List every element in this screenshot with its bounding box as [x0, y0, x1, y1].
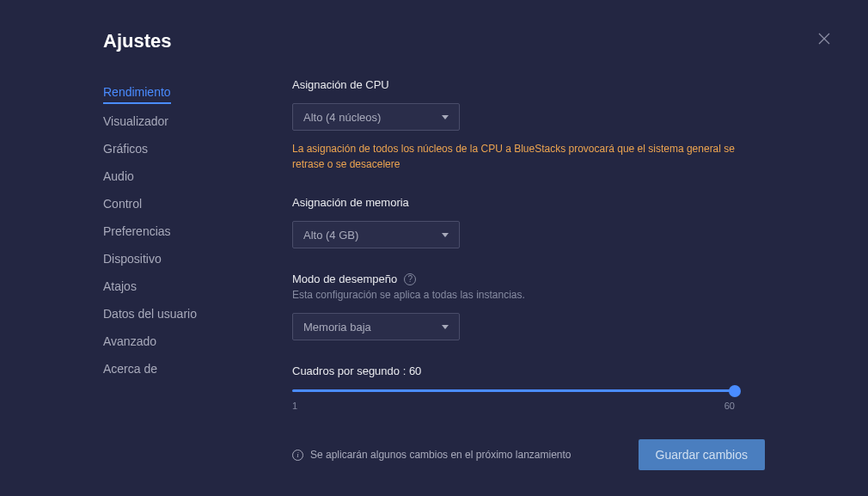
sidebar-item-audio[interactable]: Audio [103, 162, 275, 190]
cpu-label: Asignación de CPU [292, 78, 765, 91]
fps-max-label: 60 [724, 401, 735, 411]
chevron-down-icon [442, 233, 449, 237]
info-icon: i [292, 450, 303, 461]
sidebar-item-datos-usuario[interactable]: Datos del usuario [103, 300, 275, 328]
memory-dropdown-value: Alto (4 GB) [303, 229, 358, 242]
cpu-warning: La asignación de todos los núcleos de la… [292, 141, 739, 172]
sidebar-item-acerca-de[interactable]: Acerca de [103, 355, 275, 383]
chevron-down-icon [442, 325, 449, 329]
sidebar-item-visualizador[interactable]: Visualizador [103, 107, 275, 135]
sidebar: Rendimiento Visualizador Gráficos Audio … [103, 78, 275, 435]
performance-mode-desc: Esta configuración se aplica a todas las… [292, 289, 765, 301]
footer-notice: i Se aplicarán algunos cambios en el pró… [292, 449, 572, 461]
memory-label: Asignación de memoria [292, 196, 765, 209]
performance-mode-dropdown[interactable]: Memoria baja [292, 313, 460, 340]
sidebar-item-preferencias[interactable]: Preferencias [103, 217, 275, 245]
save-button[interactable]: Guardar cambios [639, 439, 765, 470]
chevron-down-icon [442, 115, 449, 119]
performance-mode-dropdown-value: Memoria baja [303, 321, 371, 334]
fps-slider-thumb[interactable] [729, 385, 741, 397]
performance-mode-label: Modo de desempeño ? [292, 272, 765, 285]
cpu-dropdown-value: Alto (4 núcleos) [303, 111, 381, 124]
sidebar-item-graficos[interactable]: Gráficos [103, 135, 275, 162]
page-title: Ajustes [103, 30, 868, 52]
close-icon [818, 33, 830, 45]
sidebar-item-dispositivo[interactable]: Dispositivo [103, 245, 275, 272]
sidebar-item-rendimiento[interactable]: Rendimiento [103, 78, 171, 104]
close-button[interactable] [818, 33, 830, 48]
cpu-dropdown[interactable]: Alto (4 núcleos) [292, 103, 460, 131]
sidebar-item-avanzado[interactable]: Avanzado [103, 328, 275, 355]
fps-slider[interactable] [292, 389, 735, 392]
help-icon[interactable]: ? [404, 273, 416, 285]
fps-label: Cuadros por segundo : 60 [292, 364, 765, 377]
fps-min-label: 1 [292, 401, 297, 411]
memory-dropdown[interactable]: Alto (4 GB) [292, 221, 460, 248]
sidebar-item-control[interactable]: Control [103, 190, 275, 217]
sidebar-item-atajos[interactable]: Atajos [103, 272, 275, 300]
